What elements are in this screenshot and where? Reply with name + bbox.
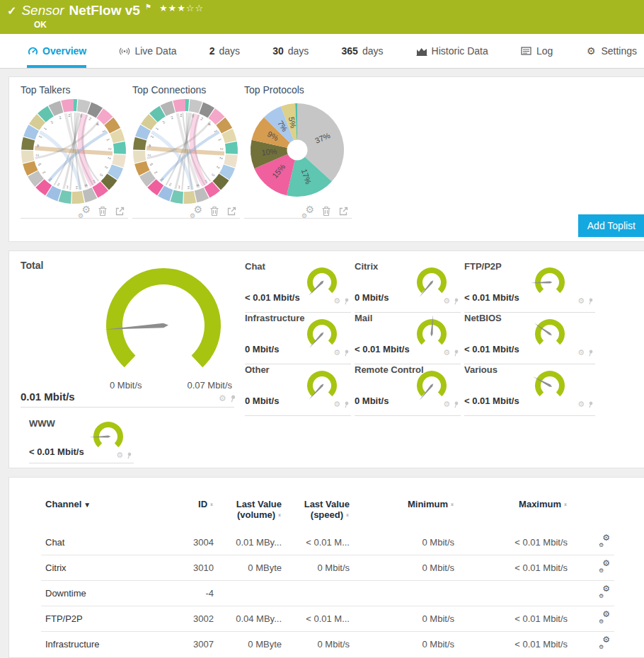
log-icon: [521, 45, 532, 57]
cell-minimum: 0 Mbit/s: [354, 632, 459, 657]
cell-last-volume: 0.04 MBy...: [218, 606, 286, 632]
open-toplist-icon[interactable]: [115, 206, 125, 217]
toplist-top-protocols: Top Protocols 37%17%15%10%9%7%5% ⚙⚙: [244, 84, 352, 219]
svg-text:2: 2: [104, 166, 109, 169]
pin-icon[interactable]: [453, 401, 459, 408]
pin-icon[interactable]: [453, 298, 459, 305]
pin-icon[interactable]: [453, 350, 459, 357]
gear-icon[interactable]: ⚙: [219, 393, 226, 403]
toplist-top-talkers: Top Talkers 52w2122252w2122252w21222 ⚙⚙: [21, 84, 128, 219]
pin-icon[interactable]: [587, 350, 594, 357]
tab-overview[interactable]: Overview: [27, 34, 86, 68]
gear-icon[interactable]: ⚙: [333, 348, 340, 357]
tab-historic-data[interactable]: Historic Data: [416, 34, 488, 68]
channel-settings-icon[interactable]: ⚙⚙: [599, 536, 610, 546]
priority-stars[interactable]: ★★★☆☆: [159, 3, 204, 13]
svg-text:2: 2: [168, 182, 172, 187]
toplist-settings-icon[interactable]: ⚙⚙: [78, 206, 91, 217]
status-check-icon: ✓: [7, 4, 16, 18]
svg-text:2: 2: [88, 117, 91, 122]
gear-icon[interactable]: ⚙: [443, 348, 450, 357]
gear-icon[interactable]: ⚙: [577, 348, 585, 357]
tab-live-data[interactable]: Live Data: [119, 34, 176, 68]
svg-text:2: 2: [35, 154, 40, 156]
cell-id: 3004: [167, 530, 218, 555]
gear-icon[interactable]: ⚙: [333, 400, 340, 409]
tab-settings[interactable]: ⚙ Settings: [585, 34, 637, 68]
gauge-label: Citrix: [355, 261, 378, 272]
column-header-maximum[interactable]: Maximum▲▼: [459, 496, 572, 530]
protocols-pie-chart: 37%17%15%10%9%7%5%: [244, 98, 350, 204]
gauge-cell-mail: Mail < 0.01 Mbit/s ⚙: [355, 313, 461, 359]
delete-toplist-icon[interactable]: [98, 206, 108, 217]
delete-toplist-icon[interactable]: [209, 206, 219, 217]
channel-settings-icon[interactable]: ⚙⚙: [599, 638, 610, 648]
svg-text:2: 2: [216, 166, 221, 169]
mini-gauge: [88, 418, 129, 452]
column-header-last-speed[interactable]: Last Value (speed)▲▼: [286, 496, 354, 530]
table-row: Infrastructure 3007 0 MByte 0 Mbit/s 0 M…: [41, 632, 614, 657]
open-toplist-icon[interactable]: [338, 206, 349, 217]
pin-icon[interactable]: [343, 350, 350, 357]
gauge-value: < 0.01 Mbit/s: [464, 396, 519, 406]
cell-channel: Infrastructure: [41, 632, 167, 657]
tab-30-days[interactable]: 30 days: [272, 34, 309, 68]
gauge-cell-ftp-p2p: FTP/P2P < 0.01 Mbit/s ⚙: [464, 261, 595, 308]
gauge-label: FTP/P2P: [464, 261, 502, 272]
column-header-channel[interactable]: Channel▼: [41, 496, 167, 530]
gear-icon[interactable]: ⚙: [443, 296, 450, 306]
tab-label: days: [362, 45, 384, 57]
column-header-minimum[interactable]: Minimum▲▼: [354, 496, 459, 530]
column-header-last-volume[interactable]: Last Value (volume)▲▼: [218, 496, 286, 530]
delete-toplist-icon[interactable]: [321, 206, 331, 217]
toplist-settings-icon[interactable]: ⚙⚙: [301, 206, 314, 217]
gear-icon[interactable]: ⚙: [443, 400, 450, 409]
channels-panel: Channel▼ ID▲▼ Last Value (volume)▲▼ Last…: [8, 477, 644, 658]
svg-text:2: 2: [58, 115, 62, 120]
pin-icon[interactable]: [343, 401, 350, 408]
gear-icon[interactable]: ⚙: [333, 296, 340, 306]
mini-gauge: [301, 264, 343, 298]
pin-icon[interactable]: [126, 452, 132, 459]
tab-log[interactable]: Log: [521, 34, 553, 68]
svg-text:1: 1: [154, 127, 159, 131]
gear-icon[interactable]: ⚙: [577, 296, 585, 306]
divider: [21, 407, 234, 408]
settings-gear-icon: ⚙: [585, 45, 597, 57]
tab-2-days[interactable]: 2 days: [209, 34, 240, 68]
tab-label: Live Data: [134, 45, 176, 57]
total-gauge: [94, 265, 232, 371]
svg-text:w: w: [147, 144, 152, 149]
pin-icon[interactable]: [343, 298, 350, 305]
sensor-header: ✓ Sensor NetFlow v5 ⚑ ★★★☆☆ OK: [0, 0, 644, 34]
svg-text:1: 1: [178, 185, 180, 190]
channel-settings-icon[interactable]: ⚙⚙: [599, 562, 610, 572]
cell-last-speed: < 0.01 M...: [286, 606, 354, 632]
gauge-value: 0 Mbit/s: [355, 396, 389, 406]
gear-icon[interactable]: ⚙: [577, 400, 585, 409]
tab-number: 30: [272, 45, 284, 57]
gear-icon[interactable]: ⚙: [116, 451, 123, 460]
pin-icon[interactable]: [587, 401, 594, 408]
cell-channel: Citrix: [41, 555, 167, 581]
channel-settings-icon[interactable]: ⚙⚙: [599, 613, 610, 623]
pin-icon[interactable]: [229, 395, 236, 403]
cell-maximum: < 0.01 Mbit/s: [459, 606, 572, 632]
pin-icon[interactable]: [587, 298, 594, 305]
mini-gauge: [529, 367, 570, 401]
toplists-panel: Top Talkers 52w2122252w2122252w21222 ⚙⚙ …: [8, 76, 644, 242]
open-toplist-icon[interactable]: [226, 206, 237, 217]
cell-minimum: 0 Mbit/s: [354, 606, 459, 632]
channel-settings-icon[interactable]: ⚙⚙: [599, 587, 610, 597]
tab-365-days[interactable]: 365 days: [342, 34, 384, 68]
cell-minimum: [354, 581, 459, 606]
gauge-cell-www: WWW < 0.01 Mbit/s ⚙: [29, 418, 134, 461]
add-toplist-button[interactable]: Add Toplist: [578, 214, 644, 237]
svg-text:1: 1: [66, 185, 69, 190]
cell-id: -4: [167, 581, 218, 606]
cell-last-speed: 0 Mbit/s: [286, 632, 354, 657]
toplist-settings-icon[interactable]: ⚙⚙: [190, 206, 202, 217]
column-header-id[interactable]: ID▲▼: [167, 496, 218, 530]
gauge-label: WWW: [29, 418, 55, 429]
svg-text:2: 2: [188, 185, 190, 190]
